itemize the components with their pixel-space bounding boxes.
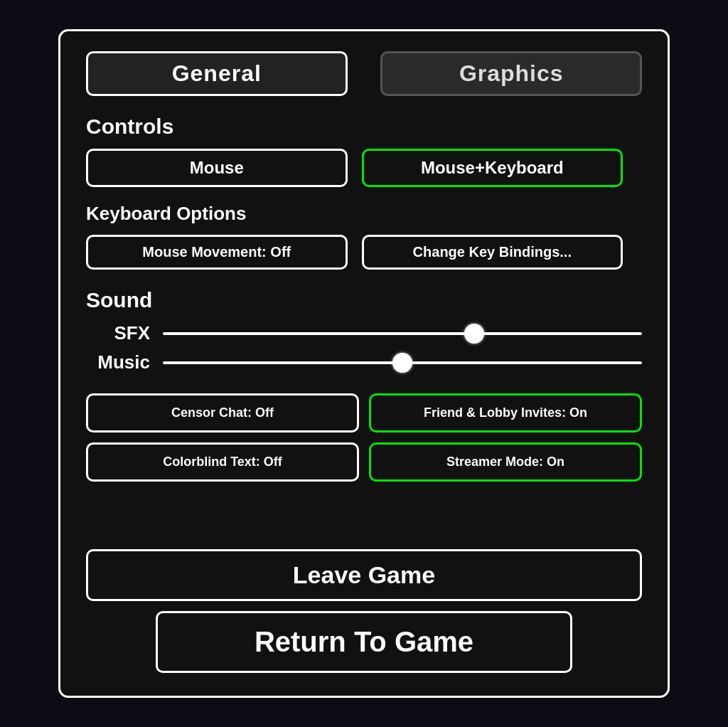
censor-chat-button[interactable]: Censor Chat: Off: [86, 393, 359, 433]
controls-header: Controls: [86, 115, 642, 139]
toggle-grid: Censor Chat: Off Friend & Lobby Invites:…: [86, 393, 642, 482]
bottom-section: Leave Game Return To Game: [86, 543, 642, 673]
sfx-slider-track[interactable]: [163, 332, 642, 335]
tab-general[interactable]: General: [86, 51, 348, 96]
keyboard-row: Mouse Movement: Off Change Key Bindings.…: [86, 235, 642, 270]
settings-modal: General Graphics Controls Mouse Mouse+Ke…: [58, 29, 670, 698]
mouse-movement-button[interactable]: Mouse Movement: Off: [86, 235, 348, 270]
music-slider-row: Music: [86, 351, 642, 373]
sound-header: Sound: [86, 288, 642, 312]
leave-game-button[interactable]: Leave Game: [86, 549, 642, 601]
music-label: Music: [86, 351, 150, 373]
sfx-slider-row: SFX: [86, 322, 642, 344]
controls-row: Mouse Mouse+Keyboard: [86, 149, 642, 187]
music-slider-track[interactable]: [163, 361, 642, 364]
sound-section: Sound SFX Music: [86, 285, 642, 381]
keyboard-options-header: Keyboard Options: [86, 203, 642, 225]
return-to-game-button[interactable]: Return To Game: [156, 611, 573, 673]
sfx-label: SFX: [86, 322, 150, 344]
friend-lobby-button[interactable]: Friend & Lobby Invites: On: [369, 393, 642, 433]
mouse-keyboard-button[interactable]: Mouse+Keyboard: [362, 149, 623, 187]
tab-graphics[interactable]: Graphics: [380, 51, 642, 96]
colorblind-text-button[interactable]: Colorblind Text: Off: [86, 442, 359, 482]
sfx-slider-thumb[interactable]: [464, 324, 484, 344]
streamer-mode-button[interactable]: Streamer Mode: On: [369, 442, 642, 482]
tabs-row: General Graphics: [86, 51, 642, 96]
mouse-button[interactable]: Mouse: [86, 149, 348, 187]
change-bindings-button[interactable]: Change Key Bindings...: [362, 235, 623, 270]
music-slider-thumb[interactable]: [392, 353, 412, 373]
